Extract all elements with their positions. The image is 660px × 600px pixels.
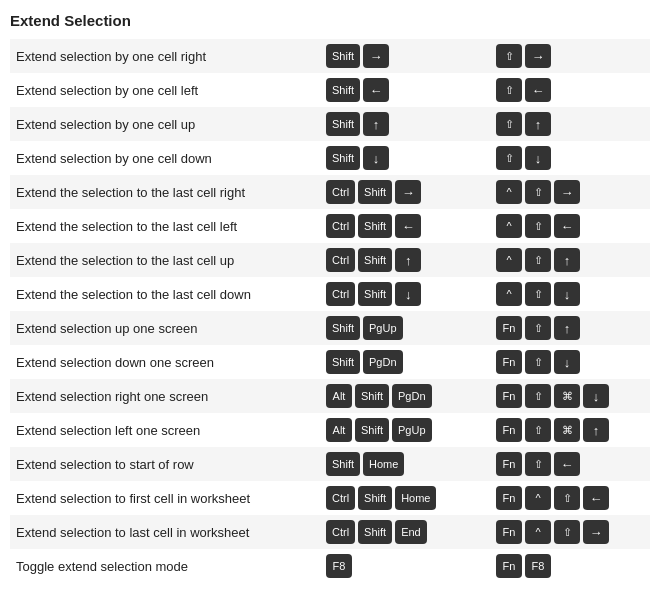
key-badge: Fn [496,520,522,544]
key-badge: Alt [326,384,352,408]
key-badge: ← [525,78,551,102]
key-badge: F8 [525,554,551,578]
table-row: Extend the selection to the last cell up… [10,243,650,277]
key-badge: ← [363,78,389,102]
shortcut-label: Extend selection up one screen [10,311,320,345]
table-row: Toggle extend selection modeF8FnF8 [10,549,650,583]
key-badge: ↓ [395,282,421,306]
shortcut-label: Extend selection left one screen [10,413,320,447]
key-badge: ⌘ [554,384,580,408]
key-badge: ⇧ [525,180,551,204]
key-badge: Fn [496,384,522,408]
key-badge: Ctrl [326,214,355,238]
key-badge: End [395,520,427,544]
mac-keys: ^⇧↓ [490,277,650,311]
mac-keys: ⇧↓ [490,141,650,175]
key-badge: Fn [496,554,522,578]
key-badge: Fn [496,316,522,340]
windows-keys: Shift→ [320,39,490,73]
shortcut-label: Extend selection by one cell left [10,73,320,107]
key-badge: Shift [326,146,360,170]
mac-keys: ⇧→ [490,39,650,73]
table-row: Extend selection left one screenAltShift… [10,413,650,447]
key-badge: Shift [326,350,360,374]
key-badge: ↓ [554,350,580,374]
key-badge: ⇧ [496,44,522,68]
shortcut-label: Extend selection by one cell down [10,141,320,175]
key-badge: PgDn [363,350,403,374]
mac-keys: Fn⇧⌘↓ [490,379,650,413]
windows-keys: CtrlShiftEnd [320,515,490,549]
shortcut-label: Extend selection by one cell right [10,39,320,73]
key-badge: ↓ [583,384,609,408]
table-row: Extend selection right one screenAltShif… [10,379,650,413]
mac-keys: ^⇧→ [490,175,650,209]
mac-keys: ^⇧↑ [490,243,650,277]
key-badge: Shift [326,316,360,340]
shortcut-label: Extend the selection to the last cell le… [10,209,320,243]
windows-keys: F8 [320,549,490,583]
table-row: Extend selection up one screenShiftPgUpF… [10,311,650,345]
key-badge: → [554,180,580,204]
key-badge: Shift [358,282,392,306]
mac-keys: ⇧← [490,73,650,107]
key-badge: Shift [326,44,360,68]
key-badge: → [583,520,609,544]
key-badge: Shift [326,78,360,102]
key-badge: Fn [496,418,522,442]
table-row: Extend selection by one cell rightShift→… [10,39,650,73]
shortcut-label: Extend selection to last cell in workshe… [10,515,320,549]
mac-keys: FnF8 [490,549,650,583]
key-badge: ^ [496,214,522,238]
key-badge: PgDn [392,384,432,408]
windows-keys: CtrlShift← [320,209,490,243]
key-badge: ↓ [525,146,551,170]
mac-keys: Fn⇧⌘↑ [490,413,650,447]
key-badge: ⇧ [525,384,551,408]
key-badge: Shift [358,248,392,272]
table-row: Extend the selection to the last cell do… [10,277,650,311]
key-badge: Shift [326,452,360,476]
windows-keys: ShiftHome [320,447,490,481]
key-badge: ⇧ [496,78,522,102]
key-badge: Shift [355,384,389,408]
key-badge: PgUp [392,418,432,442]
key-badge: ↑ [583,418,609,442]
key-badge: PgUp [363,316,403,340]
key-badge: ↓ [363,146,389,170]
key-badge: ^ [496,180,522,204]
key-badge: Alt [326,418,352,442]
shortcut-label: Extend the selection to the last cell up [10,243,320,277]
key-badge: ^ [496,282,522,306]
key-badge: ↑ [363,112,389,136]
shortcut-label: Extend selection to first cell in worksh… [10,481,320,515]
main-container: Extend Selection Extend selection by one… [0,0,660,593]
key-badge: Shift [358,520,392,544]
key-badge: Home [363,452,404,476]
table-row: Extend selection by one cell downShift↓⇧… [10,141,650,175]
mac-keys: Fn⇧↓ [490,345,650,379]
key-badge: ⌘ [554,418,580,442]
key-badge: ⇧ [554,520,580,544]
key-badge: Fn [496,452,522,476]
mac-keys: Fn⇧← [490,447,650,481]
key-badge: ^ [525,520,551,544]
key-badge: ⇧ [525,452,551,476]
key-badge: Home [395,486,436,510]
key-badge: ← [395,214,421,238]
shortcut-label: Extend the selection to the last cell do… [10,277,320,311]
key-badge: ⇧ [525,282,551,306]
table-row: Extend the selection to the last cell ri… [10,175,650,209]
table-row: Extend the selection to the last cell le… [10,209,650,243]
windows-keys: ShiftPgDn [320,345,490,379]
table-row: Extend selection to start of rowShiftHom… [10,447,650,481]
mac-keys: Fn^⇧→ [490,515,650,549]
key-badge: ⇧ [525,316,551,340]
key-badge: ⇧ [525,350,551,374]
key-badge: ⇧ [525,248,551,272]
windows-keys: Shift← [320,73,490,107]
shortcut-label: Extend selection down one screen [10,345,320,379]
shortcut-label: Extend the selection to the last cell ri… [10,175,320,209]
mac-keys: Fn^⇧← [490,481,650,515]
key-badge: Ctrl [326,180,355,204]
